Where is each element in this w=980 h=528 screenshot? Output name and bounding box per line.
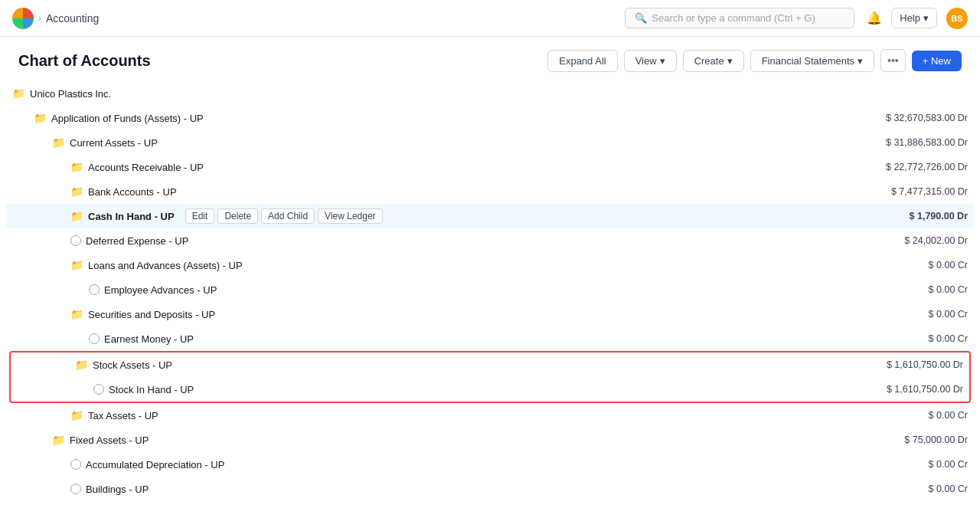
circle-icon xyxy=(70,459,81,470)
tree-item-left: Employee Advances - UP xyxy=(12,284,916,296)
tree-item[interactable]: 📁Tax Assets - UP$ 0.00 Cr xyxy=(6,403,974,428)
tree-company-root[interactable]: 📁 Unico Plastics Inc. xyxy=(6,81,974,106)
folder-icon: 📁 xyxy=(52,136,65,149)
tree-item-label: Bank Accounts - UP xyxy=(88,186,177,198)
tree-item-left: Deferred Expense - UP xyxy=(12,235,892,247)
financial-statements-button[interactable]: Financial Statements ▾ xyxy=(750,50,874,72)
tree-item-label: Application of Funds (Assets) - UP xyxy=(51,113,204,124)
search-icon: 🔍 xyxy=(635,12,647,24)
circle-icon xyxy=(89,284,100,295)
circle-icon xyxy=(70,235,81,246)
tree-item[interactable]: 📁Cash In Hand - UPEditDeleteAdd ChildVie… xyxy=(6,204,974,228)
tree-item-label: Loans and Advances (Assets) - UP xyxy=(88,260,243,271)
inline-edit-button[interactable]: Edit xyxy=(185,208,215,224)
tree-item-label: Stock Assets - UP xyxy=(93,359,172,371)
help-label: Help xyxy=(900,12,920,24)
tree-item[interactable]: Buildings - UP$ 0.00 Cr xyxy=(6,477,974,501)
toolbar: Expand All View ▾ Create ▾ Financial Sta… xyxy=(547,49,962,72)
tree-item[interactable]: 📁Securities and Deposits - UP$ 0.00 Cr xyxy=(6,302,974,326)
tree-item[interactable]: Stock In Hand - UP$ 1,610,750.00 Dr xyxy=(11,377,969,402)
tree-item[interactable]: Accumulated Depreciation - UP$ 0.00 Cr xyxy=(6,452,974,477)
inline-view-ledger-button[interactable]: View Ledger xyxy=(318,208,383,224)
inline-add-child-button[interactable]: Add Child xyxy=(261,208,315,224)
company-name: Unico Plastics Inc. xyxy=(30,88,111,100)
folder-icon: 📁 xyxy=(70,259,83,271)
breadcrumb-separator: › xyxy=(38,13,41,24)
tree-item[interactable]: 📁Fixed Assets - UP$ 75,000.00 Dr xyxy=(6,428,974,452)
tree-item-label: Accumulated Depreciation - UP xyxy=(86,459,224,471)
tree-item-amount: $ 0.00 Cr xyxy=(929,333,968,344)
tree-item[interactable]: 📁Current Assets - UP$ 31,886,583.00 Dr xyxy=(6,130,974,155)
tree-items: 📁Application of Funds (Assets) - UP$ 32,… xyxy=(6,106,974,501)
tree-item-label: Buildings - UP xyxy=(86,484,149,495)
page-header: Chart of Accounts Expand All View ▾ Crea… xyxy=(0,37,980,81)
tree-item-amount: $ 22,772,726.00 Dr xyxy=(886,162,968,172)
tree-item-label: Deferred Expense - UP xyxy=(86,235,188,247)
tree-item-left: 📁Stock Assets - UP xyxy=(17,359,874,371)
tree-item[interactable]: 📁Accounts Receivable - UP$ 22,772,726.00… xyxy=(6,155,974,179)
financial-statements-label: Financial Statements xyxy=(762,55,854,67)
tree-item[interactable]: 📁Application of Funds (Assets) - UP$ 32,… xyxy=(6,106,974,130)
folder-icon: 📁 xyxy=(75,359,88,371)
expand-all-button[interactable]: Expand All xyxy=(547,50,617,72)
tree-item-left: 📁Tax Assets - UP xyxy=(12,409,916,421)
company-folder-icon: 📁 xyxy=(12,87,25,100)
tree-item-amount: $ 7,477,315.00 Dr xyxy=(891,186,968,197)
notification-icon[interactable]: 🔔 xyxy=(867,11,882,25)
search-bar[interactable]: 🔍 Search or type a command (Ctrl + G) xyxy=(625,8,854,28)
folder-icon: 📁 xyxy=(70,161,83,173)
create-label: Create xyxy=(694,55,724,67)
tree-item-left: 📁Application of Funds (Assets) - UP xyxy=(12,112,874,124)
tree-item[interactable]: Employee Advances - UP$ 0.00 Cr xyxy=(6,277,974,302)
tree-item[interactable]: Earnest Money - UP$ 0.00 Cr xyxy=(6,326,974,351)
tree-item-amount: $ 31,886,583.00 Dr xyxy=(886,137,968,148)
folder-icon: 📁 xyxy=(70,185,83,198)
financial-statements-chevron-icon: ▾ xyxy=(858,55,863,67)
more-options-button[interactable]: ••• xyxy=(880,49,906,72)
new-button[interactable]: + New xyxy=(912,51,962,71)
tree-item[interactable]: 📁Stock Assets - UP$ 1,610,750.00 Dr xyxy=(11,353,969,377)
help-button[interactable]: Help ▾ xyxy=(891,8,937,28)
tree-item-amount: $ 0.00 Cr xyxy=(929,410,968,421)
circle-icon xyxy=(93,384,104,395)
create-button[interactable]: Create ▾ xyxy=(683,50,744,72)
search-placeholder: Search or type a command (Ctrl + G) xyxy=(652,12,815,24)
tree-container: 📁 Unico Plastics Inc. 📁Application of Fu… xyxy=(0,81,980,525)
tree-item-label: Securities and Deposits - UP xyxy=(88,309,215,320)
tree-item[interactable]: 📁Loans and Advances (Assets) - UP$ 0.00 … xyxy=(6,253,974,277)
app-logo[interactable] xyxy=(12,8,34,29)
tree-item-left: 📁Bank Accounts - UP xyxy=(12,185,879,198)
tree-item[interactable]: 📁Bank Accounts - UP$ 7,477,315.00 Dr xyxy=(6,179,974,204)
folder-icon: 📁 xyxy=(70,409,83,421)
tree-item-amount: $ 75,000.00 Dr xyxy=(904,435,968,445)
folder-icon: 📁 xyxy=(70,210,83,222)
tree-item-amount: $ 0.00 Cr xyxy=(929,459,968,470)
tree-item-left: Buildings - UP xyxy=(12,484,916,495)
folder-icon: 📁 xyxy=(34,112,47,124)
folder-icon: 📁 xyxy=(70,308,83,320)
tree-item-amount: $ 0.00 Cr xyxy=(929,484,968,494)
tree-item-amount: $ 32,670,583.00 Dr xyxy=(886,113,968,123)
view-button[interactable]: View ▾ xyxy=(624,50,677,72)
inline-actions: EditDeleteAdd ChildView Ledger xyxy=(185,208,383,224)
tree-item[interactable]: Deferred Expense - UP$ 24,002.00 Dr xyxy=(6,228,974,253)
tree-item-left: Stock In Hand - UP xyxy=(17,384,874,395)
page-title: Chart of Accounts xyxy=(18,52,151,70)
topbar: › Accounting 🔍 Search or type a command … xyxy=(0,0,980,37)
tree-item-amount: $ 0.00 Cr xyxy=(929,284,968,295)
tree-item-left: 📁Loans and Advances (Assets) - UP xyxy=(12,259,916,271)
folder-icon: 📁 xyxy=(52,434,65,446)
tree-item-label: Cash In Hand - UP xyxy=(88,211,175,222)
tree-item-amount: $ 1,610,750.00 Dr xyxy=(887,359,963,370)
create-chevron-icon: ▾ xyxy=(727,55,733,67)
tree-item-left: 📁Fixed Assets - UP xyxy=(12,434,892,446)
tree-item-label: Tax Assets - UP xyxy=(88,410,158,421)
tree-item-amount: $ 24,002.00 Dr xyxy=(904,235,968,246)
tree-item-amount: $ 1,610,750.00 Dr xyxy=(887,384,963,395)
tree-item-left: 📁Accounts Receivable - UP xyxy=(12,161,874,173)
company-root-left: 📁 Unico Plastics Inc. xyxy=(12,87,968,100)
avatar[interactable]: BS xyxy=(946,8,968,29)
tree-item-amount: $ 0.00 Cr xyxy=(929,309,968,320)
inline-delete-button[interactable]: Delete xyxy=(217,208,258,224)
tree-item-label: Earnest Money - UP xyxy=(104,333,194,345)
